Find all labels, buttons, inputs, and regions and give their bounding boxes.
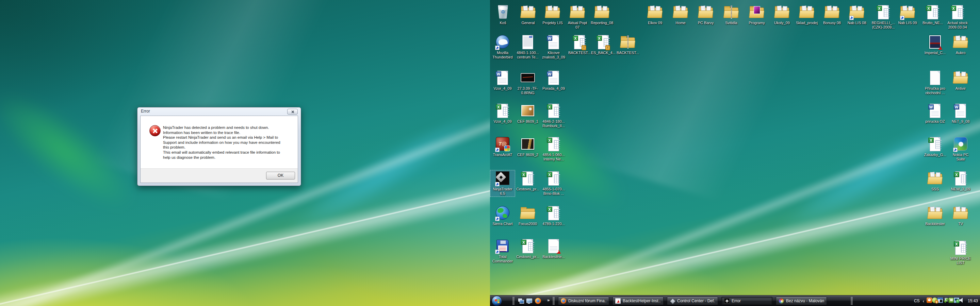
update-badge-icon[interactable]: 1 <box>932 298 937 303</box>
desktop-icon-cestovni-pr[interactable]: XCestovni_pr... <box>515 238 540 260</box>
desktop-icon-aukro[interactable]: Aukro <box>948 34 973 56</box>
pdf-photo-icon <box>927 34 943 50</box>
firefox-icon[interactable] <box>535 298 541 304</box>
icon-label: Nab LIS 08 <box>845 21 869 25</box>
desktop-icon-4855-1-070-brno-blok[interactable]: X4855-1-070...Brno-Blok ... <box>541 170 566 197</box>
desktop-icon-p-ru-ka-pro-obchodn[interactable]: Příručka proobchodní ... <box>923 70 947 96</box>
desktop-icon-4846-2-180-rumburk-ii[interactable]: X4846-2-180...Rumburk_II... <box>541 103 566 129</box>
folder-zip-icon <box>620 34 636 50</box>
dialog-footer: OK <box>140 168 298 182</box>
desktop-icon-27-3-09-tf-0-8rng[interactable]: 27.3.09 -TF-0.8RNG <box>515 70 540 96</box>
tray-collapse-chevron[interactable]: ‹ <box>923 298 924 304</box>
desktop-icon-vzor-4-09[interactable]: XVzor_4_09 <box>490 103 515 124</box>
taskbar-button-diskuzn-f-rum-fina[interactable]: Diskuzní fórum Fina... <box>558 297 609 305</box>
desktop-icon-zakazky-g[interactable]: XZakazky_G... <box>923 136 947 158</box>
icon-label: NET_9_08 <box>948 119 973 124</box>
paint-icon <box>778 298 784 304</box>
icon-label: 27.3.09 -TF-0.8RNG <box>515 86 540 95</box>
usb-sync-icon[interactable] <box>943 298 948 303</box>
desktop-icon-prirucka-oz[interactable]: Wprirucka OZ <box>923 103 947 124</box>
desktop-icon-nab-lis-09[interactable]: Nab LIS 09 <box>895 4 920 26</box>
desktop-icon-sss[interactable]: SSS <box>923 170 947 192</box>
desktop-icon-svitidla[interactable]: Svitidla <box>719 4 743 26</box>
quick-launch-grip[interactable] <box>512 297 514 305</box>
phone-suite-icon[interactable] <box>948 298 954 303</box>
desktop-icon-sklad-prodej[interactable]: Sklad_prodej <box>795 4 819 26</box>
desktop-icon-new-3-09[interactable]: XNEW_3_09 <box>948 170 973 192</box>
desktop-icon-cef-8609-1[interactable]: CEF 8609_1 <box>515 103 540 124</box>
java-icon[interactable] <box>927 298 932 303</box>
desktop-icon-reporting-08[interactable]: Reporting_08 <box>590 4 614 26</box>
icon-label: CEF 8609_2 <box>515 153 540 157</box>
desktop-icon-total-commander[interactable]: TotalCommander <box>490 238 515 264</box>
desktop-icon-cef-8609-2[interactable]: CEF 8609_2 <box>515 136 540 158</box>
desktop-icon-vzor-4-09[interactable]: WVzor_4_09 <box>490 70 515 92</box>
desktop-icon-brutto-ne[interactable]: XBrutto_NE... <box>920 4 945 26</box>
desktop-icon-net-9-08[interactable]: WNET_9_08 <box>948 103 973 124</box>
desktop-icon-ninjatrader-6-5[interactable]: NinjaTrader6.5 <box>490 170 515 197</box>
desktop-icon-home[interactable]: Home <box>668 4 693 26</box>
start-button[interactable] <box>492 296 502 306</box>
taskbar-button-label: BacktestHelper-Inst... <box>623 298 661 303</box>
show-desktop-icon[interactable] <box>526 298 532 304</box>
desktop-icon-backktester[interactable]: Backktester <box>923 205 947 227</box>
desktop-icon-mozilla-thunderbird[interactable]: MozillaThunderbird <box>490 34 515 60</box>
desktop-icon-focus2000[interactable]: Focus2000 <box>515 205 540 227</box>
desktop-icon-transactat[interactable]: T@TransActAT <box>490 136 515 158</box>
firefox-icon <box>561 298 566 304</box>
desktop-icon-beghelli-czk-2009[interactable]: XBEGHELLI_...(CZK)-2009... <box>871 4 896 30</box>
desktop-icon-nab-lis-08[interactable]: Nab LIS 08 <box>845 4 869 26</box>
ok-button[interactable]: OK <box>266 172 295 179</box>
desktop-icon-klicove-znalosti-3-09[interactable]: WKlicoveznalosti_3_09 <box>541 34 566 60</box>
desktop-icon-backtest[interactable]: BACKTEST... <box>616 34 640 56</box>
desktop-icon-pc-barvy[interactable]: PC Barvy <box>694 4 718 26</box>
folder-zip-icon <box>723 5 740 20</box>
desktop-icon-backtesthe[interactable]: BacktestHe... <box>541 238 566 260</box>
desktop-icon-ko[interactable]: ♻Koš <box>491 4 515 26</box>
desktop-icon-sierra-chart[interactable]: Sierra Chart <box>490 205 515 227</box>
desktop-icon-tv[interactable]: TV <box>948 205 973 227</box>
error-icon <box>150 125 161 136</box>
icon-label: Klicoveznalosti_3_09 <box>541 51 566 60</box>
clock[interactable]: 15:43 <box>968 298 978 303</box>
right-monitor-wallpaper: ♻KošGeneralProjekty LISAktual Popt07Repo… <box>490 0 980 306</box>
taskbar-button-control-center-def[interactable]: Control Center - Def... <box>667 297 718 305</box>
dialog-title-bar[interactable]: Error <box>137 108 301 115</box>
desktop-icon-es-back-4[interactable]: X!ES_BACK_4... <box>591 34 616 56</box>
taskbar-button-error[interactable]: Error <box>721 297 772 305</box>
desktop-icon-mini-price-list[interactable]: XMINI PRICELIST <box>948 240 973 266</box>
desktop-icon-4854-1-060-interny-ne[interactable]: X4854-1-060...Interny Ne... <box>541 136 566 162</box>
quick-launch-overflow-chevron[interactable]: » <box>547 298 550 303</box>
language-indicator[interactable]: CS <box>914 298 920 303</box>
desktop-icon-antivir[interactable]: Antivir <box>948 70 973 92</box>
close-icon <box>291 110 294 113</box>
desktop-icon-4840-1-100-centrum-te[interactable]: 4840-1-100...centrum Te... <box>515 34 540 60</box>
desktop-icon-porada-4-09[interactable]: WPorada_4_09 <box>541 70 566 92</box>
desktop-icon-ukoly-09[interactable]: Ukoly_09 <box>770 4 794 26</box>
desktop-icon-programy[interactable]: Programy <box>745 4 769 26</box>
desktop-icon-actual-stock-2009-03-04[interactable]: XActual stock2009.03.04 <box>945 4 970 30</box>
network-icon[interactable] <box>954 298 959 303</box>
desktop-icon-4789-1-220[interactable]: X4789-1-220... <box>541 205 566 227</box>
taskbar-button-backtesthelper-inst[interactable]: BacktestHelper-Inst... <box>612 297 663 305</box>
desktop-icon-imperial-c[interactable]: Imperial_C... <box>923 34 947 56</box>
taskbar-button-bez-n-zvu-malov-n[interactable]: Bez názvu - Malování <box>776 297 827 305</box>
icon-label: Aukro <box>948 51 973 55</box>
desktop-icon-backtest[interactable]: X!BACKTEST... <box>567 34 592 56</box>
desktop-icon-cestovni-pr[interactable]: XCestovni_pr... <box>515 170 540 192</box>
icon-label: Home <box>668 21 693 25</box>
desktop-icon-general[interactable]: General <box>516 4 540 26</box>
desktop-icon-elkov-09[interactable]: Elkov 09 <box>643 4 667 26</box>
taskbar-grip[interactable] <box>553 297 555 305</box>
close-button[interactable] <box>287 109 298 114</box>
desktop-icon-projekty-lis[interactable]: Projekty LIS <box>540 4 565 26</box>
desktop-icon-nokia-pc-suite[interactable]: Nokia PCSuite <box>948 136 973 162</box>
icon-label: Sierra Chart <box>490 222 515 226</box>
dialog-message: NinjaTrader has detected a problem and n… <box>163 125 285 160</box>
volume-icon[interactable] <box>959 298 965 303</box>
desktop-icon-bonusy-08[interactable]: Bonusy 08 <box>820 4 844 26</box>
desktop-icon-aktual-popt-07[interactable]: Aktual Popt07 <box>565 4 590 30</box>
tray-grip[interactable] <box>851 297 853 305</box>
remote-desktop-icon[interactable] <box>518 298 524 304</box>
icon-label: Vzor_4_09 <box>490 86 515 91</box>
